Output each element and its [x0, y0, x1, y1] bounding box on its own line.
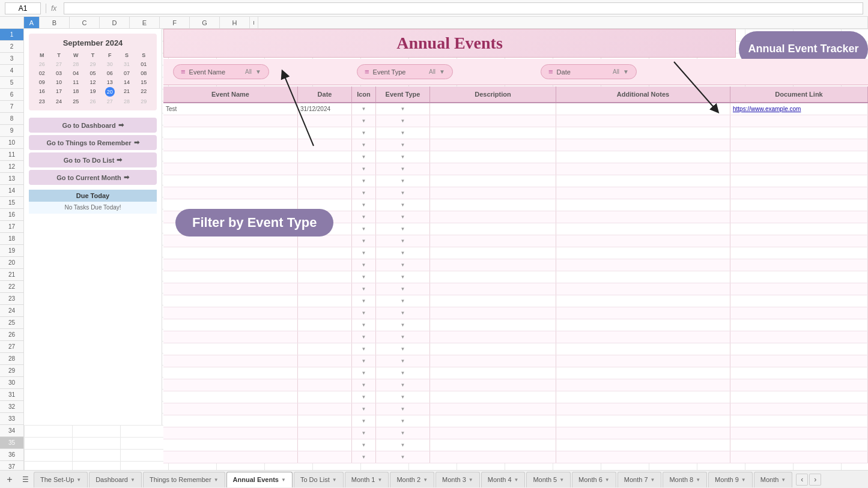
table-cell[interactable]: [556, 403, 730, 415]
row-num-16[interactable]: 16: [0, 209, 23, 221]
table-cell[interactable]: ▼: [376, 295, 430, 307]
table-cell[interactable]: [430, 379, 556, 391]
table-cell[interactable]: [730, 247, 868, 259]
col-header-c[interactable]: C: [70, 17, 100, 28]
table-row[interactable]: ▼▼: [163, 379, 868, 391]
cell-dropdown-arrow[interactable]: ▼: [401, 202, 405, 208]
table-cell[interactable]: ▼: [376, 199, 430, 211]
cell-dropdown-arrow[interactable]: ▼: [362, 430, 366, 436]
table-cell[interactable]: [730, 343, 868, 355]
table-cell[interactable]: [730, 451, 868, 463]
cell-dropdown-arrow[interactable]: ▼: [362, 118, 366, 124]
table-row[interactable]: ▼▼: [163, 139, 868, 151]
cell-dropdown-arrow[interactable]: ▼: [362, 370, 366, 376]
cell-dropdown-arrow[interactable]: ▼: [401, 430, 405, 436]
table-cell[interactable]: ▼: [352, 355, 376, 367]
table-row[interactable]: ▼▼: [163, 391, 868, 403]
tab-month-4[interactable]: Month 4 ▼: [481, 472, 526, 487]
sheet-menu-button[interactable]: ☰: [18, 472, 32, 487]
table-cell[interactable]: ▼: [376, 271, 430, 283]
table-cell[interactable]: ▼: [352, 139, 376, 151]
go-to-things-button[interactable]: Go to Things to Remember ➡: [29, 135, 157, 150]
col-header-i[interactable]: I: [250, 17, 258, 28]
table-row[interactable]: ▼▼: [163, 115, 868, 127]
cal-day-26b[interactable]: 26: [85, 97, 101, 106]
table-cell[interactable]: ▼: [376, 283, 430, 295]
table-cell[interactable]: [556, 175, 730, 187]
table-cell[interactable]: ▼: [352, 199, 376, 211]
table-cell[interactable]: [163, 259, 298, 271]
cell-dropdown-arrow[interactable]: ▼: [362, 358, 366, 364]
table-cell[interactable]: [430, 211, 556, 223]
table-cell[interactable]: ▼: [376, 319, 430, 331]
cal-day-13[interactable]: 13: [102, 78, 118, 86]
table-row[interactable]: ▼▼: [163, 343, 868, 355]
table-cell[interactable]: [163, 439, 298, 451]
table-cell[interactable]: [298, 439, 352, 451]
table-cell[interactable]: [730, 427, 868, 439]
table-cell[interactable]: ▼: [352, 391, 376, 403]
table-row[interactable]: ▼▼: [163, 415, 868, 427]
table-cell[interactable]: [556, 355, 730, 367]
table-cell[interactable]: ▼: [352, 283, 376, 295]
add-sheet-button[interactable]: +: [2, 472, 17, 487]
table-cell[interactable]: [556, 271, 730, 283]
cell-dropdown-arrow[interactable]: ▼: [362, 190, 366, 196]
table-cell[interactable]: [430, 259, 556, 271]
cell-dropdown-arrow[interactable]: ▼: [401, 286, 405, 292]
table-cell[interactable]: [298, 271, 352, 283]
table-cell[interactable]: ▼: [352, 379, 376, 391]
table-cell[interactable]: [430, 199, 556, 211]
cal-day-23[interactable]: 23: [34, 97, 50, 106]
table-cell[interactable]: [730, 127, 868, 139]
tab-to-do-list[interactable]: To Do List ▼: [294, 472, 344, 487]
table-row[interactable]: ▼▼: [163, 283, 868, 295]
row-num-13[interactable]: 13: [0, 173, 23, 185]
table-cell[interactable]: [430, 151, 556, 163]
row-num-25[interactable]: 25: [0, 317, 23, 329]
table-cell[interactable]: [730, 223, 868, 235]
row-num-28[interactable]: 28: [0, 353, 23, 365]
table-cell[interactable]: [556, 283, 730, 295]
table-cell[interactable]: [556, 103, 730, 115]
cell-dropdown-arrow[interactable]: ▼: [401, 262, 405, 268]
cell-dropdown-arrow[interactable]: ▼: [401, 238, 405, 244]
tab-month-2[interactable]: Month 2 ▼: [390, 472, 434, 487]
table-row[interactable]: ▼▼: [163, 307, 868, 319]
cell-dropdown-arrow[interactable]: ▼: [401, 274, 405, 280]
cal-day-26a[interactable]: 26: [34, 60, 50, 68]
table-cell[interactable]: [298, 451, 352, 463]
cell-dropdown-arrow[interactable]: ▼: [362, 130, 366, 136]
table-cell[interactable]: [430, 391, 556, 403]
table-cell[interactable]: ▼: [376, 151, 430, 163]
row-num-15[interactable]: 15: [0, 197, 23, 209]
table-cell[interactable]: [730, 415, 868, 427]
col-header-h[interactable]: H: [220, 17, 250, 28]
row-num-33[interactable]: 33: [0, 413, 23, 425]
row-num-4[interactable]: 4: [0, 65, 23, 77]
col-header-d[interactable]: D: [100, 17, 130, 28]
table-cell[interactable]: [730, 211, 868, 223]
table-cell[interactable]: [298, 163, 352, 175]
table-cell[interactable]: ▼: [376, 343, 430, 355]
table-row[interactable]: ▼▼: [163, 439, 868, 451]
cal-day-01[interactable]: 01: [136, 60, 152, 68]
tab-month-8[interactable]: Month 8 ▼: [663, 472, 707, 487]
cell-dropdown-arrow[interactable]: ▼: [401, 406, 405, 412]
table-cell[interactable]: [730, 115, 868, 127]
table-cell[interactable]: [298, 427, 352, 439]
tab-month-6[interactable]: Month 6 ▼: [572, 472, 616, 487]
table-row[interactable]: ▼▼: [163, 247, 868, 259]
cal-day-21[interactable]: 21: [118, 87, 135, 97]
table-cell[interactable]: [430, 427, 556, 439]
tab-month-9[interactable]: Month 9 ▼: [708, 472, 753, 487]
row-num-31[interactable]: 31: [0, 389, 23, 401]
tab-dashboard[interactable]: Dashboard ▼: [89, 472, 142, 487]
tab-month-5[interactable]: Month 5 ▼: [526, 472, 571, 487]
cal-day-12[interactable]: 12: [85, 78, 101, 86]
table-cell[interactable]: ▼: [376, 235, 430, 247]
table-cell[interactable]: [730, 379, 868, 391]
table-cell[interactable]: [298, 127, 352, 139]
table-cell[interactable]: [556, 223, 730, 235]
table-cell[interactable]: https://www.example.com: [730, 103, 868, 115]
